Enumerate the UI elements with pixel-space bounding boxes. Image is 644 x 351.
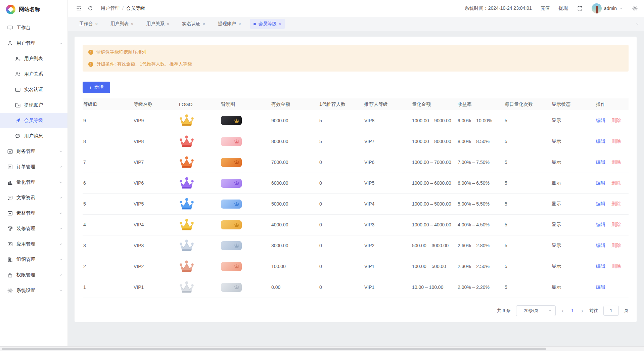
tab-user-list[interactable]: 用户列表× (107, 19, 137, 29)
breadcrumb-parent[interactable]: 用户管理 (101, 5, 120, 11)
sidebar-item-realname-auth[interactable]: 实名认证 (0, 82, 67, 97)
horizontal-scrollbar[interactable] (0, 346, 644, 351)
edit-link[interactable]: 编辑 (596, 118, 605, 123)
vip-crown-logo-image (179, 206, 194, 211)
delete-link[interactable]: 删除 (611, 159, 621, 165)
edit-link[interactable]: 编辑 (596, 201, 605, 206)
cell-level-name: VIP1 (133, 277, 178, 298)
delete-link[interactable]: 删除 (611, 263, 621, 269)
cell-valid-amount: 6000.00 (271, 173, 319, 193)
sidebar-item-withdraw-accounts[interactable]: 提现账户 (0, 97, 67, 113)
cell-display-status: 显示 (551, 214, 595, 235)
fullscreen-icon[interactable] (577, 5, 583, 11)
delete-link[interactable]: 删除 (611, 118, 621, 123)
user-menu[interactable]: admin (592, 3, 623, 13)
tab-withdraw-accounts[interactable]: 提现账户× (215, 19, 244, 29)
sidebar-item-org-mgmt[interactable]: 组织管理 (0, 252, 67, 267)
close-icon[interactable]: × (202, 22, 205, 26)
scrollbar-thumb[interactable] (2, 348, 546, 350)
sidebar-item-label: 工作台 (16, 25, 31, 31)
edit-link[interactable]: 编辑 (596, 159, 605, 165)
refresh-icon[interactable] (87, 5, 93, 11)
close-icon[interactable]: × (167, 22, 170, 26)
sidebar-item-media-mgmt[interactable]: 素材管理 (0, 206, 67, 221)
cell-referrer-level: VIP2 (364, 235, 411, 256)
settings-gear-icon[interactable] (632, 5, 638, 11)
sidebar-item-user-messages[interactable]: 用户消息 (0, 128, 67, 144)
tab-realname-auth[interactable]: 实名认证× (179, 19, 209, 29)
sidebar-item-system-settings[interactable]: 系统设置 (0, 283, 67, 298)
article-icon (7, 195, 13, 201)
edit-link[interactable]: 编辑 (596, 180, 605, 185)
cell-level-id: 8 (83, 131, 133, 152)
sidebar-item-quant-mgmt[interactable]: 量化管理 (0, 175, 67, 190)
tab-label: 用户关系 (146, 21, 165, 27)
sidebar-item-finance-mgmt[interactable]: 财务管理 (0, 144, 67, 159)
sidebar-item-member-levels[interactable]: 会员等级 (0, 113, 67, 128)
current-page[interactable]: 1 (570, 308, 575, 313)
delete-link[interactable]: 删除 (611, 138, 621, 144)
next-page-button[interactable]: › (581, 307, 584, 314)
cell-level-name: VIP2 (133, 256, 178, 277)
cell-actions: 编辑删除 (595, 131, 629, 152)
edit-link[interactable]: 编辑 (596, 222, 605, 227)
gear-icon (7, 288, 13, 294)
goto-page-input[interactable] (603, 306, 619, 316)
sidebar-item-user-list[interactable]: 用户列表 (0, 51, 67, 67)
sidebar-item-order-mgmt[interactable]: 订单管理 (0, 159, 67, 175)
recharge-button[interactable]: 充值 (541, 5, 550, 11)
vip-crown-logo-image (179, 143, 194, 149)
cell-actions: 编辑删除 (595, 193, 629, 214)
delete-link[interactable]: 删除 (611, 243, 621, 248)
cell-referrer-level: VIP1 (364, 277, 411, 298)
delete-link[interactable]: 删除 (611, 201, 621, 206)
cell-gen1-referrals: 0 (319, 173, 364, 193)
paint-roller-icon (7, 226, 13, 232)
sidebar-item-user-mgmt[interactable]: 用户管理 (0, 36, 67, 51)
close-icon[interactable]: × (238, 22, 241, 26)
cell-quant-amount: 1000.00 – 6000.00 (411, 173, 457, 193)
tab-workbench[interactable]: 工作台× (76, 19, 101, 29)
sidebar-item-decoration-mgmt[interactable]: 装修管理 (0, 221, 67, 236)
edit-link[interactable]: 编辑 (596, 138, 605, 144)
active-tab-dot-icon (254, 23, 256, 25)
tab-label: 工作台 (79, 21, 93, 27)
cell-gen1-referrals: 0 (319, 277, 364, 298)
add-level-button[interactable]: + 新增 (83, 82, 110, 93)
tabs-dropdown-chevron-icon[interactable] (635, 22, 639, 26)
close-icon[interactable]: × (95, 22, 98, 26)
column-header: 操作 (595, 98, 629, 110)
cell-daily-times: 5 (504, 256, 551, 277)
tab-user-relations[interactable]: 用户关系× (143, 19, 173, 29)
close-icon[interactable]: × (131, 22, 134, 26)
menu-fold-icon[interactable] (76, 5, 82, 11)
sidebar-item-permission-mgmt[interactable]: 权限管理 (0, 267, 67, 283)
users-icon (15, 71, 21, 77)
cell-level-id: 3 (83, 235, 133, 256)
sidebar-item-workbench[interactable]: 工作台 (0, 20, 67, 36)
cell-display-status: 显示 (551, 193, 595, 214)
delete-link[interactable]: 删除 (611, 180, 621, 185)
cell-quant-amount: 500.00 – 3000.00 (411, 235, 457, 256)
edit-link[interactable]: 编辑 (596, 284, 605, 290)
delete-link[interactable]: 删除 (611, 222, 621, 227)
cell-quant-amount: 1000.00 – 9000.00 (411, 110, 457, 131)
chevron-down-icon (548, 309, 552, 313)
username: admin (604, 6, 617, 11)
prev-page-button[interactable]: ‹ (561, 307, 564, 314)
sidebar-item-app-mgmt[interactable]: 应用管理 (0, 236, 67, 252)
cell-rate-range: 2.30% – 2.50% (457, 256, 504, 277)
page-size-select[interactable]: 20条/页 (516, 305, 556, 316)
alert-text: 升级条件: 有效金额、1代推荐人数、推荐人等级 (96, 61, 192, 67)
sidebar-item-articles[interactable]: 文章资讯 (0, 190, 67, 206)
sidebar-item-user-relations[interactable]: 用户关系 (0, 67, 67, 82)
app-window-icon (7, 241, 13, 247)
withdraw-button[interactable]: 提现 (559, 5, 568, 11)
tab-member-levels[interactable]: 会员等级× (250, 19, 285, 29)
cell-level-name: VIP8 (133, 131, 178, 152)
edit-link[interactable]: 编辑 (596, 263, 605, 269)
level-background-image (221, 262, 242, 271)
close-icon[interactable]: × (279, 22, 281, 26)
edit-link[interactable]: 编辑 (596, 243, 605, 248)
breadcrumb: 用户管理 / 会员等级 (101, 5, 145, 11)
